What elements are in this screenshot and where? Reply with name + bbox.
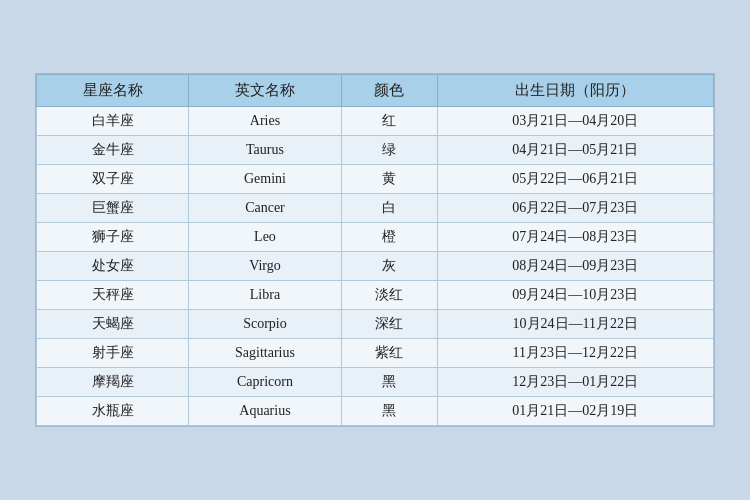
cell-chinese-name: 水瓶座 <box>37 397 189 426</box>
cell-color: 淡红 <box>341 281 437 310</box>
cell-dates: 11月23日—12月22日 <box>437 339 713 368</box>
cell-color: 黄 <box>341 165 437 194</box>
cell-color: 白 <box>341 194 437 223</box>
cell-dates: 12月23日—01月22日 <box>437 368 713 397</box>
cell-color: 橙 <box>341 223 437 252</box>
cell-dates: 05月22日—06月21日 <box>437 165 713 194</box>
cell-english-name: Virgo <box>189 252 341 281</box>
cell-chinese-name: 处女座 <box>37 252 189 281</box>
table-header-row: 星座名称 英文名称 颜色 出生日期（阳历） <box>37 75 714 107</box>
cell-english-name: Libra <box>189 281 341 310</box>
cell-dates: 06月22日—07月23日 <box>437 194 713 223</box>
cell-dates: 10月24日—11月22日 <box>437 310 713 339</box>
cell-chinese-name: 射手座 <box>37 339 189 368</box>
cell-color: 紫红 <box>341 339 437 368</box>
table-body: 白羊座Aries红03月21日—04月20日金牛座Taurus绿04月21日—0… <box>37 107 714 426</box>
cell-chinese-name: 白羊座 <box>37 107 189 136</box>
header-chinese-name: 星座名称 <box>37 75 189 107</box>
cell-dates: 08月24日—09月23日 <box>437 252 713 281</box>
cell-chinese-name: 双子座 <box>37 165 189 194</box>
cell-color: 黑 <box>341 368 437 397</box>
table-row: 摩羯座Capricorn黑12月23日—01月22日 <box>37 368 714 397</box>
cell-chinese-name: 金牛座 <box>37 136 189 165</box>
table-row: 金牛座Taurus绿04月21日—05月21日 <box>37 136 714 165</box>
table-row: 水瓶座Aquarius黑01月21日—02月19日 <box>37 397 714 426</box>
cell-dates: 03月21日—04月20日 <box>437 107 713 136</box>
cell-dates: 09月24日—10月23日 <box>437 281 713 310</box>
cell-chinese-name: 天秤座 <box>37 281 189 310</box>
table-row: 天蝎座Scorpio深红10月24日—11月22日 <box>37 310 714 339</box>
cell-color: 黑 <box>341 397 437 426</box>
cell-english-name: Aquarius <box>189 397 341 426</box>
table-row: 射手座Sagittarius紫红11月23日—12月22日 <box>37 339 714 368</box>
cell-dates: 04月21日—05月21日 <box>437 136 713 165</box>
table-row: 双子座Gemini黄05月22日—06月21日 <box>37 165 714 194</box>
header-color: 颜色 <box>341 75 437 107</box>
zodiac-table-container: 星座名称 英文名称 颜色 出生日期（阳历） 白羊座Aries红03月21日—04… <box>35 73 715 427</box>
cell-color: 红 <box>341 107 437 136</box>
cell-english-name: Sagittarius <box>189 339 341 368</box>
cell-dates: 01月21日—02月19日 <box>437 397 713 426</box>
cell-chinese-name: 狮子座 <box>37 223 189 252</box>
cell-english-name: Capricorn <box>189 368 341 397</box>
cell-chinese-name: 巨蟹座 <box>37 194 189 223</box>
cell-color: 绿 <box>341 136 437 165</box>
table-row: 狮子座Leo橙07月24日—08月23日 <box>37 223 714 252</box>
cell-dates: 07月24日—08月23日 <box>437 223 713 252</box>
header-english-name: 英文名称 <box>189 75 341 107</box>
cell-english-name: Cancer <box>189 194 341 223</box>
cell-chinese-name: 摩羯座 <box>37 368 189 397</box>
cell-english-name: Aries <box>189 107 341 136</box>
cell-english-name: Scorpio <box>189 310 341 339</box>
table-row: 天秤座Libra淡红09月24日—10月23日 <box>37 281 714 310</box>
header-dates: 出生日期（阳历） <box>437 75 713 107</box>
table-row: 处女座Virgo灰08月24日—09月23日 <box>37 252 714 281</box>
cell-color: 灰 <box>341 252 437 281</box>
zodiac-table: 星座名称 英文名称 颜色 出生日期（阳历） 白羊座Aries红03月21日—04… <box>36 74 714 426</box>
cell-color: 深红 <box>341 310 437 339</box>
table-row: 巨蟹座Cancer白06月22日—07月23日 <box>37 194 714 223</box>
table-row: 白羊座Aries红03月21日—04月20日 <box>37 107 714 136</box>
cell-chinese-name: 天蝎座 <box>37 310 189 339</box>
cell-english-name: Taurus <box>189 136 341 165</box>
cell-english-name: Gemini <box>189 165 341 194</box>
cell-english-name: Leo <box>189 223 341 252</box>
